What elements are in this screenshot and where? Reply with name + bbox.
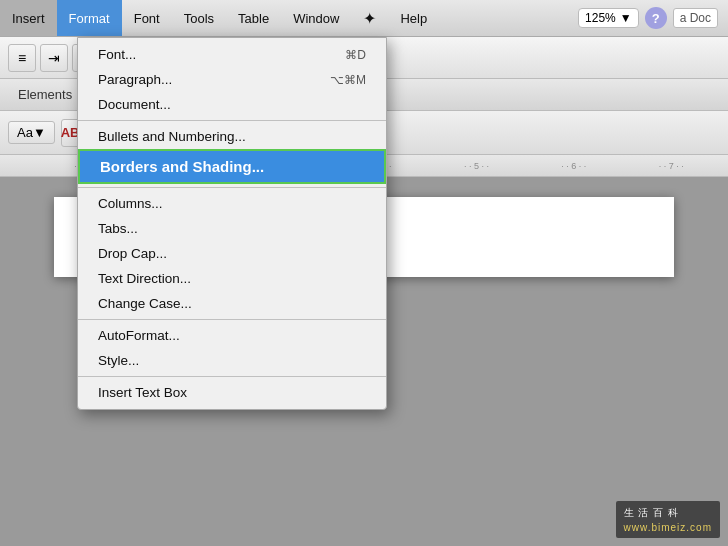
menu-item-borders[interactable]: Borders and Shading... [78, 149, 386, 184]
menu-item-autoformat-label: AutoFormat... [98, 328, 180, 343]
menubar-item-window[interactable]: Window [281, 0, 351, 36]
zoom-value: 125% [585, 11, 616, 25]
menubar: Insert Format Font Tools Table Window ✦ … [0, 0, 728, 37]
help-button[interactable]: ? [645, 7, 667, 29]
menu-item-autoformat[interactable]: AutoFormat... [78, 323, 386, 348]
menubar-item-table[interactable]: Table [226, 0, 281, 36]
menu-item-textdirection-label: Text Direction... [98, 271, 191, 286]
menu-item-style-label: Style... [98, 353, 139, 368]
menu-item-tabs[interactable]: Tabs... [78, 216, 386, 241]
menu-item-dropcap[interactable]: Drop Cap... [78, 241, 386, 266]
menu-divider-4 [78, 376, 386, 377]
menubar-item-font[interactable]: Font [122, 0, 172, 36]
menu-item-bullets-label: Bullets and Numbering... [98, 129, 246, 144]
menu-item-paragraph[interactable]: Paragraph... ⌥⌘M [78, 67, 386, 92]
zoom-arrow-icon: ▼ [620, 11, 632, 25]
menu-divider-3 [78, 319, 386, 320]
menubar-item-settings[interactable]: ✦ [351, 0, 388, 36]
menu-item-tabs-label: Tabs... [98, 221, 138, 236]
menu-item-document[interactable]: Document... [78, 92, 386, 117]
menu-item-style[interactable]: Style... [78, 348, 386, 373]
aa-button[interactable]: Aa▼ [8, 121, 55, 144]
menu-item-paragraph-label: Paragraph... [98, 72, 172, 87]
menubar-item-format[interactable]: Format [57, 0, 122, 36]
menu-item-font-label: Font... [98, 47, 136, 62]
menu-item-textdirection[interactable]: Text Direction... [78, 266, 386, 291]
menu-item-bullets[interactable]: Bullets and Numbering... [78, 124, 386, 149]
watermark-text: 生 活 百 科 [624, 507, 679, 518]
menu-item-document-label: Document... [98, 97, 171, 112]
ruler-tick-7: · · 7 · · [623, 161, 720, 171]
indent-icon[interactable]: ⇥ [40, 44, 68, 72]
ruler-tick-5: · · 5 · · [428, 161, 525, 171]
doc-indicator: a Doc [673, 8, 718, 28]
menu-item-changecase[interactable]: Change Case... [78, 291, 386, 316]
menu-item-columns-label: Columns... [98, 196, 163, 211]
zoom-control[interactable]: 125% ▼ [578, 8, 639, 28]
menu-item-columns[interactable]: Columns... [78, 191, 386, 216]
menu-item-inserttextbox-label: Insert Text Box [98, 385, 187, 400]
menu-divider-1 [78, 120, 386, 121]
format-dropdown: Font... ⌘D Paragraph... ⌥⌘M Document... … [77, 37, 387, 410]
menu-item-inserttextbox[interactable]: Insert Text Box [78, 380, 386, 405]
ruler-tick-6: · · 6 · · [525, 161, 622, 171]
watermark-url: www.bimeiz.com [624, 522, 712, 533]
menu-item-paragraph-shortcut: ⌥⌘M [330, 73, 366, 87]
list-icon[interactable]: ≡ [8, 44, 36, 72]
menu-item-font-shortcut: ⌘D [345, 48, 366, 62]
menubar-item-help[interactable]: Help [388, 0, 439, 36]
menu-divider-2 [78, 187, 386, 188]
menu-item-changecase-label: Change Case... [98, 296, 192, 311]
watermark: 生 活 百 科 www.bimeiz.com [616, 501, 720, 538]
menu-item-dropcap-label: Drop Cap... [98, 246, 167, 261]
menubar-item-tools[interactable]: Tools [172, 0, 226, 36]
menu-item-borders-label: Borders and Shading... [100, 158, 264, 175]
menu-item-font[interactable]: Font... ⌘D [78, 42, 386, 67]
menubar-item-insert[interactable]: Insert [0, 0, 57, 36]
